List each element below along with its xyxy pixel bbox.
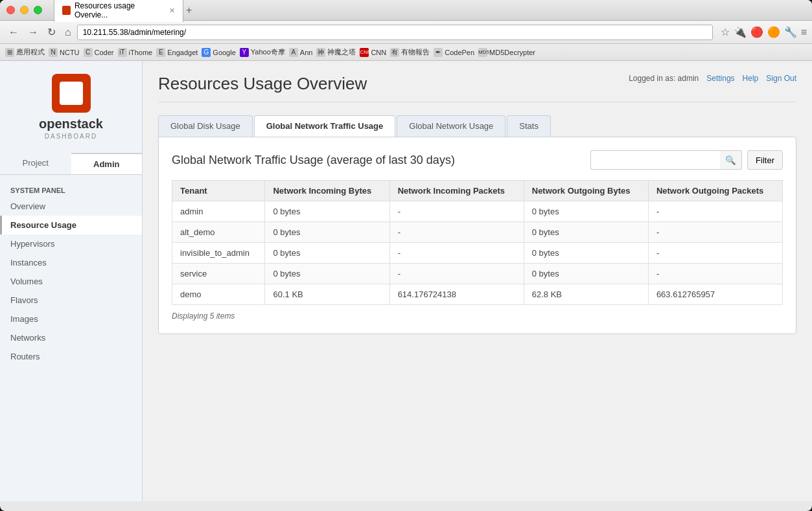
address-icons: ☆ 🔌 🔴 🟠 🔧 ≡	[721, 26, 807, 38]
cell-incoming-packets: 614.176724138	[389, 284, 524, 305]
bookmark-google-label: Google	[213, 49, 235, 56]
settings-link[interactable]: Settings	[706, 74, 734, 83]
bookmark-apps-label: 應用程式	[16, 47, 45, 57]
sidebar: openstack DASHBOARD Project Admin System…	[0, 61, 143, 501]
bookmark-nctu[interactable]: N NCTU	[49, 48, 80, 57]
tab-global-network-usage[interactable]: Global Network Usage	[397, 115, 505, 137]
bookmark-ann[interactable]: A Ann	[289, 48, 313, 57]
close-button[interactable]	[6, 6, 15, 14]
cell-outgoing-bytes: 0 bytes	[524, 243, 648, 264]
home-button[interactable]: ⌂	[62, 25, 75, 40]
ithome-icon: iT	[118, 48, 127, 57]
browser-window: Resources usage Overvie... ✕ + ← → ↻ ⌂ 1…	[0, 0, 812, 511]
tab-global-network-traffic-usage[interactable]: Global Network Traffic Usage	[254, 115, 396, 137]
col-header-incoming-bytes: Network Incoming Bytes	[265, 181, 389, 201]
forward-button[interactable]: →	[25, 25, 41, 40]
url-display: 10.211.55.38/admin/metering/	[83, 28, 186, 37]
search-button[interactable]: 🔍	[720, 150, 742, 170]
md5-icon: MD5	[478, 48, 487, 57]
search-wrapper: 🔍	[590, 150, 742, 170]
tab-close-button[interactable]: ✕	[169, 6, 175, 15]
bookmark-report[interactable]: 有 有物報告	[390, 47, 430, 57]
cell-tenant: invisible_to_admin	[172, 243, 265, 264]
maximize-button[interactable]	[34, 6, 42, 14]
sidebar-item-overview[interactable]: Overview	[0, 197, 142, 216]
main-panel: Resources Usage Overview Logged in as: a…	[143, 61, 812, 501]
back-button[interactable]: ←	[5, 25, 22, 40]
col-header-outgoing-packets: Network Outgoing Packets	[648, 181, 782, 201]
tab-stats[interactable]: Stats	[507, 115, 551, 137]
table-header: Tenant Network Incoming Bytes Network In…	[172, 181, 783, 201]
minimize-button[interactable]	[20, 6, 29, 14]
cell-incoming-bytes: 0 bytes	[265, 264, 389, 284]
header-actions: Logged in as: admin Settings Help Sign O…	[629, 74, 796, 83]
new-tab-button[interactable]: +	[186, 5, 192, 16]
extension3-icon[interactable]: 🟠	[767, 26, 780, 38]
sidebar-item-instances[interactable]: Instances	[0, 253, 142, 272]
logo-text: openstack	[39, 117, 103, 131]
cell-outgoing-bytes: 0 bytes	[524, 201, 648, 222]
address-bar[interactable]: 10.211.55.38/admin/metering/	[77, 25, 713, 40]
cell-incoming-packets: -	[389, 264, 524, 284]
cell-incoming-bytes: 60.1 KB	[265, 284, 389, 305]
sign-out-link[interactable]: Sign Out	[766, 74, 796, 83]
browser-tab[interactable]: Resources usage Overvie... ✕	[54, 0, 183, 22]
report-icon: 有	[390, 48, 399, 57]
table-row: demo 60.1 KB 614.176724138 62.8 KB 663.6…	[172, 284, 783, 305]
engadget-icon: E	[156, 48, 165, 57]
sidebar-item-images[interactable]: Images	[0, 310, 142, 328]
cell-tenant: alt_demo	[172, 222, 265, 243]
table-row: admin 0 bytes - 0 bytes -	[172, 201, 783, 222]
tab-global-disk-usage[interactable]: Global Disk Usage	[158, 115, 253, 137]
bookmark-md5[interactable]: MD5 MD5Decrypter	[478, 48, 535, 57]
bookmark-star-icon[interactable]: ☆	[721, 26, 730, 38]
extension1-icon[interactable]: 🔌	[734, 26, 747, 38]
page-header: Resources Usage Overview Logged in as: a…	[158, 74, 796, 102]
bookmarks-bar: ⊞ 應用程式 N NCTU C Coder iT iThome E Engadg…	[0, 44, 812, 61]
google-icon: G	[202, 48, 211, 57]
cell-outgoing-packets: 663.612765957	[648, 284, 782, 305]
bookmark-engadget[interactable]: E Engadget	[156, 48, 198, 57]
col-header-tenant: Tenant	[172, 181, 265, 201]
bookmark-smzt[interactable]: 神 神魔之塔	[316, 47, 356, 57]
bookmark-codepen[interactable]: ✒ CodePen	[434, 48, 474, 57]
tab-title: Resources usage Overvie...	[75, 1, 163, 19]
nctu-icon: N	[49, 48, 58, 57]
bookmark-codepen-label: CodePen	[445, 49, 474, 56]
sidebar-item-resource-usage[interactable]: Resource Usage	[0, 216, 142, 234]
devtools-icon[interactable]: 🔧	[784, 26, 797, 38]
bookmark-ithome[interactable]: iT iThome	[118, 48, 153, 57]
content-tabs: Global Disk Usage Global Network Traffic…	[158, 115, 796, 137]
sidebar-item-hypervisors[interactable]: Hypervisors	[0, 234, 142, 253]
bookmark-coder[interactable]: C Coder	[84, 48, 114, 57]
sidebar-logo: openstack DASHBOARD	[0, 67, 142, 153]
sidebar-tab-project[interactable]: Project	[0, 153, 71, 174]
sidebar-item-flavors[interactable]: Flavors	[0, 291, 142, 310]
extension2-icon[interactable]: 🔴	[750, 26, 763, 38]
sidebar-item-routers[interactable]: Routers	[0, 347, 142, 366]
sidebar-item-networks[interactable]: Networks	[0, 328, 142, 347]
bookmark-apps[interactable]: ⊞ 應用程式	[5, 47, 45, 57]
smzt-icon: 神	[316, 48, 325, 57]
table-row: invisible_to_admin 0 bytes - 0 bytes -	[172, 243, 783, 264]
cell-tenant: demo	[172, 284, 265, 305]
search-input[interactable]	[590, 150, 720, 170]
yahoo-icon: Y	[240, 48, 249, 57]
help-link[interactable]: Help	[743, 74, 759, 83]
cell-incoming-bytes: 0 bytes	[265, 201, 389, 222]
reload-button[interactable]: ↻	[44, 25, 59, 40]
cell-outgoing-bytes: 0 bytes	[524, 264, 648, 284]
data-table: Tenant Network Incoming Bytes Network In…	[172, 180, 783, 305]
cell-incoming-bytes: 0 bytes	[265, 222, 389, 243]
sidebar-tab-admin[interactable]: Admin	[71, 153, 143, 174]
bookmark-md5-label: MD5Decrypter	[489, 49, 535, 56]
sidebar-item-volumes[interactable]: Volumes	[0, 272, 142, 291]
cell-tenant: admin	[172, 201, 265, 222]
filter-button[interactable]: Filter	[747, 150, 783, 170]
cell-outgoing-packets: -	[648, 264, 782, 284]
openstack-logo-icon	[52, 74, 91, 113]
menu-icon[interactable]: ≡	[801, 27, 807, 38]
bookmark-cnn[interactable]: CNN CNN	[360, 48, 386, 57]
bookmark-yahoo[interactable]: Y Yahoo奇摩	[240, 47, 285, 57]
bookmark-google[interactable]: G Google	[202, 48, 235, 57]
